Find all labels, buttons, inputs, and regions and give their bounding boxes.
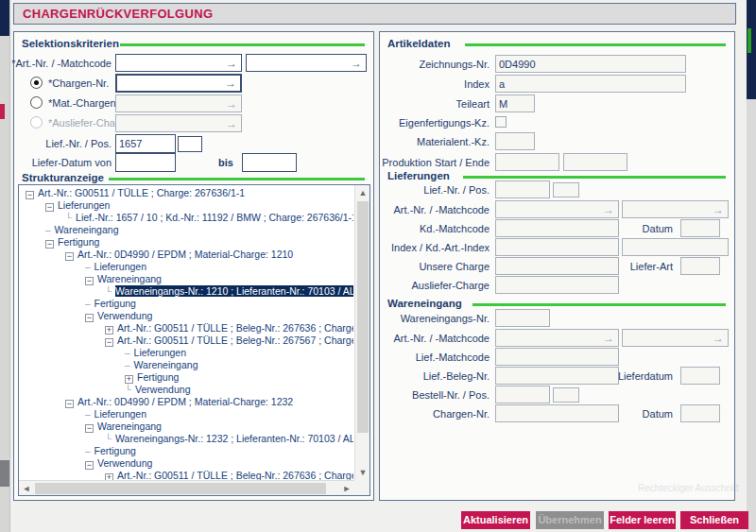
tree-connector-icon: – — [85, 299, 91, 309]
art-nr-combo[interactable]: → — [115, 54, 242, 72]
tree-node[interactable]: –Lieferungen — [20, 261, 353, 273]
tree-connector-icon: – — [125, 360, 130, 370]
kd-art-index-input[interactable] — [622, 238, 729, 256]
tree-node[interactable]: −Wareneingang — [20, 420, 353, 433]
tree-node[interactable]: −Art.-Nr.: G00511 / TÜLLE ; Beleg-Nr.: 2… — [20, 335, 353, 347]
kd-matchcode-input[interactable] — [495, 219, 619, 237]
index-input[interactable] — [495, 238, 619, 256]
vscroll-thumb[interactable] — [357, 201, 369, 433]
produktion-start-input[interactable] — [495, 153, 559, 171]
lieferdatum-input[interactable] — [680, 367, 720, 385]
collapse-icon[interactable]: − — [85, 314, 94, 322]
bestell-pos-input[interactable] — [553, 387, 579, 403]
tree-node[interactable]: └Wareneingangs-Nr.: 1232 ; Lieferanten-N… — [20, 433, 353, 445]
ausliefer-charge-input[interactable] — [495, 276, 619, 294]
section-title-selektionskriterien: Selektionskriterien — [22, 38, 119, 49]
materialent-kz-input[interactable] — [495, 132, 535, 150]
lookup-arrow-icon[interactable]: → — [226, 58, 241, 69]
tree-vscrollbar[interactable]: ▲ ▼ — [354, 185, 369, 480]
scroll-right-icon[interactable]: ► — [339, 481, 354, 496]
section-divider-line — [463, 176, 726, 179]
tree-node[interactable]: └Verwendung — [20, 384, 353, 396]
liefer-datum-bis-input[interactable] — [242, 153, 297, 172]
collapse-icon[interactable]: − — [85, 277, 94, 285]
chargen-nr-input[interactable] — [495, 404, 619, 422]
tree-node[interactable]: −Art.-Nr.: G00511 / TÜLLE ; Charge: 2676… — [20, 187, 353, 199]
tree-hscrollbar[interactable]: ◄ ► — [19, 480, 354, 495]
collapse-icon[interactable]: − — [85, 461, 94, 470]
bestell-nr-input[interactable] — [495, 386, 550, 403]
lief-pos-input[interactable] — [178, 136, 202, 152]
produktion-ende-input[interactable] — [563, 153, 627, 171]
tree-node[interactable]: –Lieferungen — [20, 347, 353, 359]
tree-node[interactable]: −Wareneingang — [20, 273, 353, 285]
tree-node[interactable]: −Verwendung — [20, 310, 353, 322]
collapse-icon[interactable]: − — [26, 191, 34, 199]
tree-node[interactable]: −Art.-Nr.: 0D4990 / EPDM ; Material-Char… — [20, 396, 353, 408]
zeichnungs-nr-input[interactable] — [495, 55, 686, 73]
background-window-fragment-left — [0, 0, 9, 532]
collapse-icon[interactable]: − — [45, 203, 54, 212]
tree-connector-icon: └ — [65, 213, 72, 223]
tree-node[interactable]: –Fertigung — [20, 298, 353, 310]
lookup-arrow-icon[interactable]: → — [351, 58, 366, 69]
collapse-icon[interactable]: − — [105, 338, 113, 347]
felder-leeren-button[interactable]: Felder leeren — [609, 511, 676, 529]
tree-node[interactable]: └Wareneingangs-Nr.: 1210 ; Lieferanten-N… — [20, 285, 353, 298]
expand-icon[interactable]: + — [105, 473, 113, 480]
collapse-icon[interactable]: − — [65, 252, 74, 261]
collapse-icon[interactable]: − — [85, 424, 94, 433]
tree-node-label: Art.-Nr.: G00511 / TÜLLE ; Beleg-Nr.: 26… — [117, 470, 353, 480]
lief-nr-input[interactable] — [115, 134, 176, 153]
collapse-icon[interactable]: − — [45, 240, 54, 249]
hscroll-thumb[interactable] — [35, 483, 326, 494]
tree-node[interactable]: └Lief.-Nr.: 1657 / 10 ; Kd.-Nr.: 11192 /… — [20, 212, 353, 224]
tree-connector-icon: – — [85, 446, 91, 456]
tree-node[interactable]: +Fertigung — [20, 371, 353, 384]
teileart-input[interactable] — [495, 94, 535, 112]
wareneingangs-nr-input[interactable] — [495, 309, 550, 327]
tree-node-label: Fertigung — [58, 236, 99, 248]
lief-nr-input[interactable] — [495, 180, 550, 198]
tree-node[interactable]: –Wareneingang — [20, 224, 353, 236]
tree-node[interactable]: −Art.-Nr.: 0D4990 / EPDM ; Material-Char… — [20, 249, 353, 261]
schliessen-button[interactable]: Schließen — [680, 511, 748, 529]
art-matchcode-combo[interactable]: → — [246, 54, 367, 72]
tree-node[interactable]: –Fertigung — [20, 445, 353, 457]
lief-matchcode-input[interactable] — [495, 348, 619, 366]
datum-input[interactable] — [680, 404, 720, 422]
index-input[interactable] — [495, 75, 686, 93]
tree-node[interactable]: –Wareneingang — [20, 359, 353, 371]
liefer-datum-von-input[interactable] — [115, 153, 176, 172]
scroll-up-icon[interactable]: ▲ — [355, 185, 370, 200]
uebernehmen-button: Übernehmen — [536, 511, 604, 529]
datum-label: Datum — [643, 408, 673, 420]
scroll-left-icon[interactable]: ◄ — [19, 481, 34, 496]
tree-node[interactable]: −Verwendung — [20, 457, 353, 470]
scroll-down-icon[interactable]: ▼ — [355, 465, 370, 480]
lief-pos-input[interactable] — [553, 182, 579, 197]
eigenfertigungs-kz-checkbox[interactable] — [495, 116, 507, 128]
aktualisieren-button[interactable]: Aktualisieren — [461, 511, 530, 529]
tree-node[interactable]: +Art.-Nr.: G00511 / TÜLLE ; Beleg-Nr.: 2… — [20, 470, 353, 480]
expand-icon[interactable]: + — [125, 375, 133, 384]
datum-input[interactable] — [680, 219, 720, 237]
tree-node[interactable]: −Fertigung — [20, 236, 353, 249]
chargen-nr-combo[interactable]: → — [115, 74, 242, 93]
mat-chargen-nr-radio[interactable] — [30, 96, 43, 109]
lookup-arrow-icon[interactable]: → — [225, 77, 240, 89]
lookup-arrow-icon: → — [713, 204, 728, 215]
lief-nr-pos-label: Lief.-Nr. / Pos. — [45, 138, 112, 149]
tree-node-label: Lieferungen — [134, 347, 186, 358]
unsere-charge-input[interactable] — [495, 257, 619, 275]
collapse-icon[interactable]: − — [65, 400, 74, 408]
tree-node-label: Art.-Nr.: 0D4990 / EPDM ; Material-Charg… — [77, 396, 293, 407]
chargen-nr-radio[interactable] — [30, 77, 43, 89]
tree-node[interactable]: −Lieferungen — [20, 199, 353, 212]
tree-node[interactable]: –Lieferungen — [20, 408, 353, 420]
liefer-art-input[interactable] — [680, 257, 720, 275]
tree-connector-icon: └ — [105, 286, 112, 297]
expand-icon[interactable]: + — [105, 326, 113, 335]
tree-node[interactable]: +Art.-Nr.: G00511 / TÜLLE ; Beleg-Nr.: 2… — [20, 322, 353, 335]
lief-beleg-nr-input[interactable] — [495, 367, 619, 385]
